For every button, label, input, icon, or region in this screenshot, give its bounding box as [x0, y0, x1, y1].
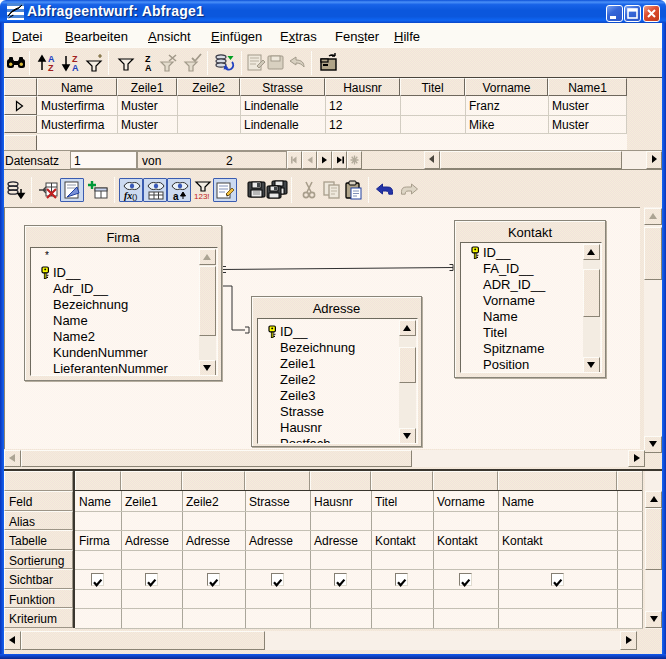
svg-text:(): () [132, 192, 138, 201]
svg-text:A: A [72, 63, 79, 73]
svg-text:A: A [145, 63, 152, 73]
svg-text:Z: Z [48, 63, 54, 73]
svg-text:a: a [173, 191, 179, 202]
svg-text:123!: 123! [194, 192, 210, 201]
